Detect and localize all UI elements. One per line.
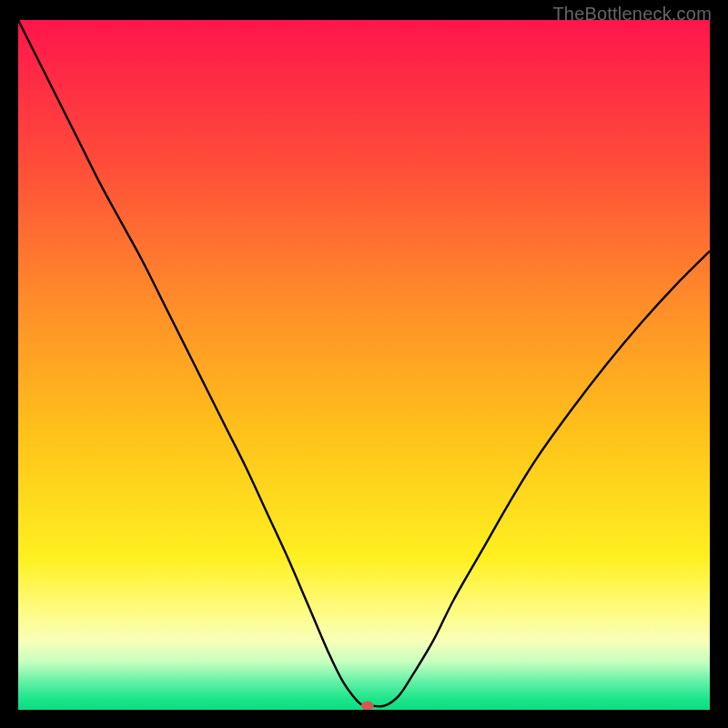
bottleneck-chart bbox=[18, 20, 710, 710]
optimal-point-marker bbox=[361, 701, 374, 710]
watermark-label: TheBottleneck.com bbox=[552, 4, 712, 25]
